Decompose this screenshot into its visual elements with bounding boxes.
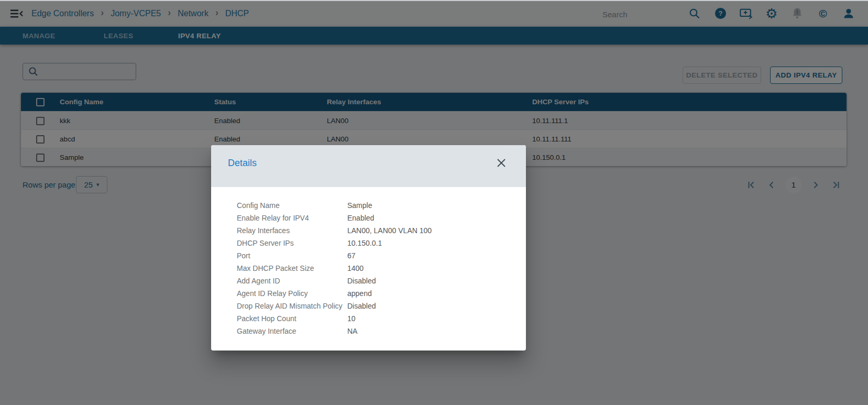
field-value: append (347, 287, 372, 300)
field-label: Add Agent ID (237, 275, 347, 287)
field-label: Gateway Interface (237, 325, 347, 337)
detail-field: DHCP Server IPs 10.150.0.1 (237, 237, 526, 249)
detail-field: Config Name Sample (237, 199, 526, 212)
field-value: 67 (347, 249, 356, 262)
field-value: NA (347, 325, 357, 337)
detail-field: Enable Relay for IPV4 Enabled (237, 212, 526, 224)
field-value: Enabled (347, 212, 374, 224)
field-label: Config Name (237, 199, 347, 212)
field-value: 1400 (347, 262, 364, 275)
field-value: Disabled (347, 275, 376, 287)
detail-field: Drop Relay AID Mismatch Policy Disabled (237, 300, 526, 312)
field-value: Sample (347, 199, 372, 212)
field-label: Max DHCP Packet Size (237, 262, 347, 275)
field-label: Agent ID Relay Policy (237, 287, 347, 300)
modal-body: Config Name Sample Enable Relay for IPV4… (211, 187, 526, 337)
field-label: Relay Interfaces (237, 224, 347, 237)
field-label: Enable Relay for IPV4 (237, 212, 347, 224)
detail-field: Max DHCP Packet Size 1400 (237, 262, 526, 275)
detail-field: Packet Hop Count 10 (237, 312, 526, 325)
detail-field: Agent ID Relay Policy append (237, 287, 526, 300)
detail-field: Gateway Interface NA (237, 325, 526, 337)
field-label: DHCP Server IPs (237, 237, 347, 249)
field-value: 10 (347, 312, 356, 325)
detail-field: Relay Interfaces LAN00, LAN00 VLAN 100 (237, 224, 526, 237)
modal-title: Details (228, 158, 257, 169)
detail-field: Add Agent ID Disabled (237, 275, 526, 287)
details-modal: Details Config Name Sample Enable Relay … (211, 145, 526, 351)
field-label: Packet Hop Count (237, 312, 347, 325)
app-root: Edge Controllers › Jomy-VCPE5 › Network … (0, 0, 868, 405)
field-value: LAN00, LAN00 VLAN 100 (347, 224, 432, 237)
modal-header: Details (211, 145, 526, 187)
window-top-edge (0, 0, 868, 1)
field-label: Port (237, 249, 347, 262)
detail-field: Port 67 (237, 249, 526, 262)
field-value: 10.150.0.1 (347, 237, 382, 249)
field-value: Disabled (347, 300, 376, 312)
field-label: Drop Relay AID Mismatch Policy (237, 300, 347, 312)
close-icon[interactable] (496, 157, 507, 169)
